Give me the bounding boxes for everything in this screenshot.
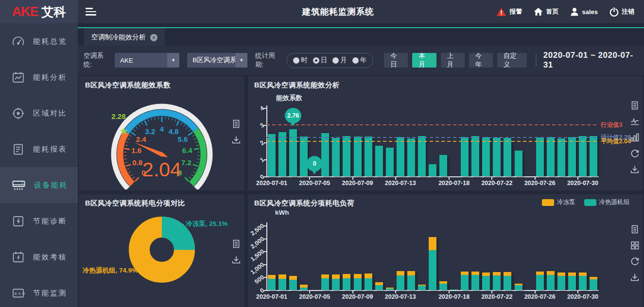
divider [536, 54, 537, 67]
reference-line [266, 137, 599, 138]
reference-line [266, 141, 599, 142]
tab-hvac-cooling-efficiency[interactable]: 空调制冷能效分析 ✕ [84, 28, 165, 47]
y-tick-label: 1,000 [248, 261, 265, 277]
bar-segment-heat-source [439, 284, 447, 290]
bar-segment-pump [493, 272, 501, 275]
chevron-down-icon[interactable]: ▼ [235, 53, 247, 68]
topbar-actions: 报警首页sales注销 [496, 7, 644, 17]
svg-text:2.28: 2.28 [111, 112, 125, 120]
bar-segment-heat-source [321, 278, 329, 290]
bar [557, 138, 565, 176]
range-button-自定义[interactable]: 自定义 [497, 53, 527, 68]
download-icon[interactable] [231, 255, 241, 265]
x-tick [395, 291, 396, 293]
bar [568, 137, 576, 176]
x-tick-label: 2020-07-22 [481, 293, 512, 300]
bar-segment-heat-source [536, 275, 544, 290]
chevron-down-icon[interactable]: ▼ [167, 53, 179, 68]
bar [493, 137, 501, 176]
download-icon[interactable] [231, 135, 241, 145]
range-button-今年[interactable]: 今年 [469, 53, 493, 68]
radio-dot-icon [313, 57, 319, 64]
sidebar-item-4[interactable]: 能耗报表 [0, 131, 78, 167]
svg-text:1.6: 1.6 [131, 146, 141, 154]
bar [547, 137, 555, 176]
range-button-本月[interactable]: 本月 [412, 53, 436, 68]
bar-segment-pump [321, 274, 329, 279]
tab-label: 空调制冷能效分析 [91, 33, 146, 42]
refresh-icon[interactable] [630, 149, 640, 158]
legend-item-冷热源机组[interactable]: 冷热源机组 [584, 198, 630, 206]
download-icon[interactable] [630, 273, 640, 282]
x-tick-label: 2020-07-30 [567, 180, 598, 187]
range-buttons: 今日本月上月今年自定义 [384, 53, 527, 68]
sidebar-item-6[interactable]: 节能诊断 [0, 203, 78, 239]
topbar-action-注销[interactable]: 注销 [609, 7, 634, 17]
sidebar-item-label: 区域对比 [33, 109, 67, 118]
bar-segment-pump [504, 272, 511, 275]
bar-chart-icon[interactable] [630, 133, 640, 142]
x-tick-label: 2020-07-22 [481, 180, 512, 187]
period-radio-时[interactable]: 时 [293, 56, 308, 65]
range-button-今日[interactable]: 今日 [384, 53, 408, 68]
bar [300, 136, 308, 176]
legend-item-冷冻泵[interactable]: 冷冻泵 [542, 198, 575, 206]
topbar-action-报警[interactable]: 报警 [496, 7, 522, 17]
system-select[interactable]: AKE ▼ [115, 53, 179, 68]
bar [439, 155, 447, 176]
data-view-icon[interactable] [231, 119, 241, 129]
sidebar-item-2[interactable]: 能耗分析 [0, 59, 78, 95]
app-title: 建筑能耗监测系统 [302, 6, 374, 17]
bar-segment-pump [289, 276, 297, 280]
data-view-icon[interactable] [630, 101, 640, 110]
radio-dot-icon [352, 57, 359, 64]
bar [461, 137, 469, 176]
bar-segment-pump [268, 275, 276, 279]
period-radio-label: 月 [340, 56, 347, 65]
bar-segment-pump [407, 271, 415, 275]
bar-segment-heat-source [450, 290, 458, 290]
y-tick-label: 1 [248, 156, 265, 172]
sidebar-item-5[interactable]: 设备能耗 [0, 167, 78, 203]
bar-segment-heat-source [590, 279, 597, 290]
topbar-action-sales[interactable]: sales [570, 7, 598, 16]
grid-view-icon[interactable] [630, 240, 640, 250]
x-tick [449, 291, 450, 293]
logo: AKE 艾科 [0, 0, 78, 23]
radio-dot-icon [332, 57, 339, 64]
period-label: 统计周期: [255, 51, 281, 69]
bar-segment-heat-source [482, 276, 490, 290]
sidebar-item-3[interactable]: 区域对比 [0, 95, 78, 131]
period-radio-年[interactable]: 年 [352, 56, 367, 65]
tab-strip: 空调制冷能效分析 ✕ [78, 27, 644, 46]
subsystem-select[interactable]: B区风冷空调系统 ▼ [187, 53, 247, 68]
target-icon [12, 107, 25, 120]
svg-text:5.6: 5.6 [177, 135, 188, 143]
panel-toolbar [630, 224, 640, 282]
range-button-上月[interactable]: 上月 [441, 53, 465, 68]
topbar-action-首页[interactable]: 首页 [534, 7, 558, 16]
period-radio-日[interactable]: 日 [313, 56, 328, 65]
date-range[interactable]: 2020-07-01 ~ 2020-07-31 [543, 51, 636, 70]
data-view-icon[interactable] [630, 224, 640, 234]
sidebar-item-7[interactable]: 能效考核 [0, 239, 78, 275]
bar [515, 151, 522, 176]
sidebar-item-8[interactable]: ECO节能监测 [0, 275, 78, 307]
x-tick [309, 291, 310, 293]
reference-line [266, 124, 599, 125]
x-tick [449, 177, 450, 180]
period-radio-月[interactable]: 月 [332, 56, 347, 65]
tab-close-icon[interactable]: ✕ [150, 34, 157, 41]
refresh-icon[interactable] [630, 256, 640, 266]
sidebar-item-1[interactable]: 能耗总览 [0, 23, 78, 59]
x-tick [395, 177, 396, 180]
line-chart-icon[interactable] [630, 117, 640, 126]
x-tick [577, 291, 578, 293]
donut-graphic [79, 194, 244, 307]
assessment-icon [12, 251, 25, 264]
bar-segment-heat-source [278, 279, 286, 290]
bar [579, 136, 587, 176]
data-view-icon[interactable] [231, 239, 241, 249]
download-icon[interactable] [630, 165, 640, 174]
menu-toggle-icon[interactable] [86, 8, 96, 16]
